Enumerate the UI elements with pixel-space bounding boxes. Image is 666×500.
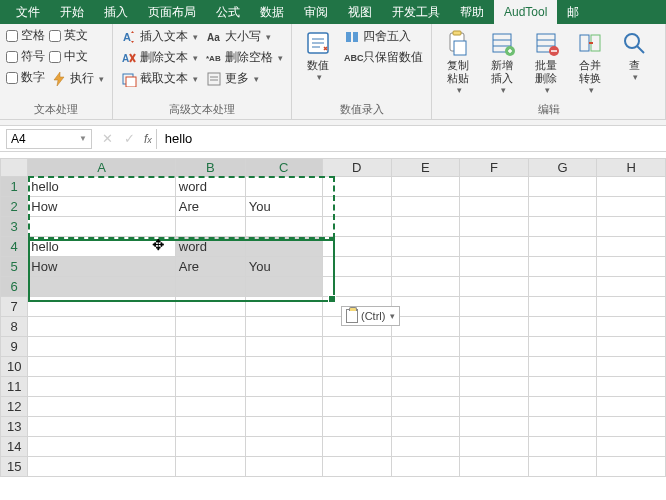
cell-A11[interactable]	[28, 377, 175, 397]
cell-C3[interactable]	[245, 217, 322, 237]
cell-D9[interactable]	[322, 337, 391, 357]
more-button[interactable]: 更多▾	[204, 69, 285, 88]
cell-C8[interactable]	[245, 317, 322, 337]
edit-button-2[interactable]: 批量删除▾	[526, 27, 566, 98]
cell-G8[interactable]	[528, 317, 597, 337]
cell-D10[interactable]	[322, 357, 391, 377]
menu-item-2[interactable]: 插入	[94, 0, 138, 24]
cell-F15[interactable]	[460, 457, 529, 477]
edit-button-1[interactable]: 新增插入▾	[482, 27, 522, 98]
cell-C1[interactable]	[245, 177, 322, 197]
cell-C10[interactable]	[245, 357, 322, 377]
cell-H2[interactable]	[597, 197, 666, 217]
cell-G3[interactable]	[528, 217, 597, 237]
cell-F3[interactable]	[460, 217, 529, 237]
row-header-11[interactable]: 11	[1, 377, 28, 397]
trim-button[interactable]: *AB删除空格▾	[204, 48, 285, 67]
row-header-12[interactable]: 12	[1, 397, 28, 417]
cell-C7[interactable]	[245, 297, 322, 317]
row-header-9[interactable]: 9	[1, 337, 28, 357]
checkbox-1[interactable]: 符号	[6, 48, 45, 65]
menu-item-9[interactable]: 帮助	[450, 0, 494, 24]
cell-D2[interactable]	[322, 197, 391, 217]
cell-H4[interactable]	[597, 237, 666, 257]
menu-item-10[interactable]: AudTool	[494, 0, 557, 24]
cell-C13[interactable]	[245, 417, 322, 437]
cell-B9[interactable]	[175, 337, 245, 357]
cell-B4[interactable]: word	[175, 237, 245, 257]
cell-E2[interactable]	[391, 197, 460, 217]
cell-H7[interactable]	[597, 297, 666, 317]
cell-B15[interactable]	[175, 457, 245, 477]
edit-button-3[interactable]: 合并转换▾	[570, 27, 610, 98]
cell-G1[interactable]	[528, 177, 597, 197]
menu-item-6[interactable]: 审阅	[294, 0, 338, 24]
keep-num-button[interactable]: ABC 只保留数值	[342, 48, 425, 67]
cell-G9[interactable]	[528, 337, 597, 357]
name-box[interactable]: A4 ▼	[6, 129, 92, 149]
cell-E14[interactable]	[391, 437, 460, 457]
cell-A13[interactable]	[28, 417, 175, 437]
cell-D15[interactable]	[322, 457, 391, 477]
cell-E10[interactable]	[391, 357, 460, 377]
column-header-B[interactable]: B	[175, 159, 245, 177]
cell-C11[interactable]	[245, 377, 322, 397]
cell-G4[interactable]	[528, 237, 597, 257]
cell-A12[interactable]	[28, 397, 175, 417]
cell-G6[interactable]	[528, 277, 597, 297]
cell-F6[interactable]	[460, 277, 529, 297]
cell-C4[interactable]	[245, 237, 322, 257]
cell-A8[interactable]	[28, 317, 175, 337]
checkbox-2[interactable]: 数字	[6, 69, 45, 86]
cell-F1[interactable]	[460, 177, 529, 197]
cell-B1[interactable]: word	[175, 177, 245, 197]
cell-D5[interactable]	[322, 257, 391, 277]
cell-B2[interactable]: Are	[175, 197, 245, 217]
cell-F11[interactable]	[460, 377, 529, 397]
row-header-4[interactable]: 4	[1, 237, 28, 257]
column-header-H[interactable]: H	[597, 159, 666, 177]
formula-input[interactable]	[156, 129, 666, 149]
cell-D11[interactable]	[322, 377, 391, 397]
row-header-7[interactable]: 7	[1, 297, 28, 317]
cell-E12[interactable]	[391, 397, 460, 417]
cell-D13[interactable]	[322, 417, 391, 437]
menu-item-1[interactable]: 开始	[50, 0, 94, 24]
cell-H1[interactable]	[597, 177, 666, 197]
cell-H9[interactable]	[597, 337, 666, 357]
cell-D1[interactable]	[322, 177, 391, 197]
menu-item-11[interactable]: 邮	[557, 0, 589, 24]
row-header-1[interactable]: 1	[1, 177, 28, 197]
cell-H8[interactable]	[597, 317, 666, 337]
execute-button[interactable]: 执行▾	[49, 69, 106, 88]
cell-D3[interactable]	[322, 217, 391, 237]
cut-text-button[interactable]: 截取文本▾	[119, 69, 200, 88]
cell-A5[interactable]: How	[28, 257, 175, 277]
cell-H12[interactable]	[597, 397, 666, 417]
cell-F8[interactable]	[460, 317, 529, 337]
cell-C15[interactable]	[245, 457, 322, 477]
cell-C2[interactable]: You	[245, 197, 322, 217]
row-header-15[interactable]: 15	[1, 457, 28, 477]
row-header-10[interactable]: 10	[1, 357, 28, 377]
menu-item-7[interactable]: 视图	[338, 0, 382, 24]
cell-C14[interactable]	[245, 437, 322, 457]
spreadsheet-grid[interactable]: ABCDEFGH1helloword2HowAreYou34helloword5…	[0, 158, 666, 477]
cell-A15[interactable]	[28, 457, 175, 477]
cell-E11[interactable]	[391, 377, 460, 397]
cell-G14[interactable]	[528, 437, 597, 457]
row-header-5[interactable]: 5	[1, 257, 28, 277]
cell-B13[interactable]	[175, 417, 245, 437]
row-header-6[interactable]: 6	[1, 277, 28, 297]
cell-A7[interactable]	[28, 297, 175, 317]
column-header-E[interactable]: E	[391, 159, 460, 177]
column-header-F[interactable]: F	[460, 159, 529, 177]
cell-A14[interactable]	[28, 437, 175, 457]
cell-G15[interactable]	[528, 457, 597, 477]
cell-G12[interactable]	[528, 397, 597, 417]
row-header-14[interactable]: 14	[1, 437, 28, 457]
numval-button[interactable]: 数值 ▾	[298, 27, 338, 85]
cell-A9[interactable]	[28, 337, 175, 357]
cell-A10[interactable]	[28, 357, 175, 377]
cell-F5[interactable]	[460, 257, 529, 277]
